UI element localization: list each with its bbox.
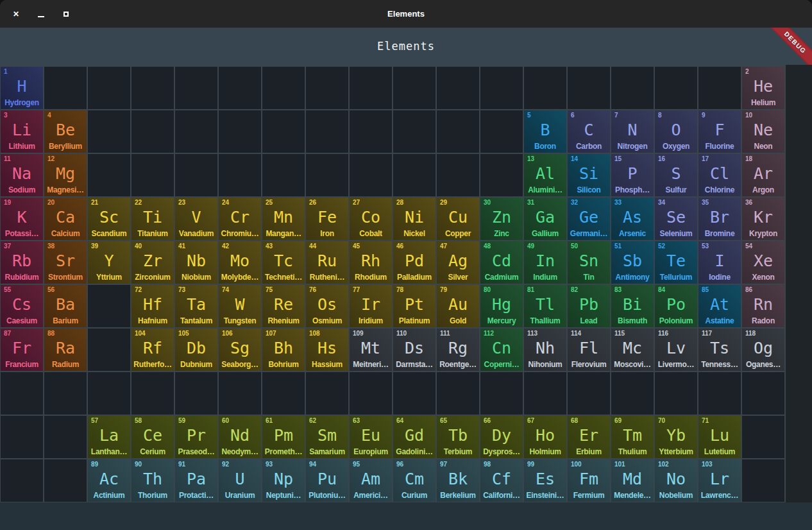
element-cell-V[interactable]: 23VVanadium [175, 198, 217, 240]
element-cell-Sr[interactable]: 38SrStrontium [44, 241, 87, 284]
element-cell-Ru[interactable]: 44RuRutheni… [306, 241, 348, 284]
element-cell-I[interactable]: 53IIodine [698, 241, 741, 284]
element-cell-In[interactable]: 49InIndium [524, 241, 566, 284]
element-cell-Re[interactable]: 75ReRhenium [262, 285, 305, 327]
element-cell-Ho[interactable]: 67HoHolmium [524, 416, 566, 458]
element-cell-Bi[interactable]: 83BiBismuth [611, 285, 654, 327]
element-cell-Nb[interactable]: 41NbNiobium [175, 241, 217, 284]
element-cell-Nd[interactable]: 60NdNeodym… [219, 416, 261, 458]
element-cell-N[interactable]: 7NNitrogen [611, 110, 654, 153]
element-cell-Fe[interactable]: 26FeIron [306, 198, 348, 240]
element-cell-Se[interactable]: 34SeSelenium [655, 198, 697, 240]
element-cell-Co[interactable]: 27CoCobalt [350, 198, 392, 240]
element-cell-Ba[interactable]: 56BaBarium [44, 285, 87, 327]
element-cell-Ce[interactable]: 58CeCerium [131, 416, 174, 458]
element-cell-Np[interactable]: 93NpNeptuni… [262, 459, 305, 502]
element-cell-Pd[interactable]: 46PdPalladium [393, 241, 436, 284]
element-cell-La[interactable]: 57LaLanthan… [88, 416, 130, 458]
element-cell-At[interactable]: 85AtAstatine [698, 285, 741, 327]
element-cell-Mg[interactable]: 12MgMagnesi… [44, 154, 87, 196]
element-cell-Cf[interactable]: 98CfCaliforni… [480, 459, 523, 502]
element-cell-Y[interactable]: 39YYttrium [88, 241, 130, 284]
element-cell-Pa[interactable]: 91PaProtacti… [175, 459, 217, 502]
element-cell-Mc[interactable]: 115McMoscovi… [611, 329, 654, 371]
element-cell-Og[interactable]: 118OgOganes… [742, 329, 784, 371]
element-cell-U[interactable]: 92UUranium [219, 459, 261, 502]
element-cell-No[interactable]: 102NoNobelium [655, 459, 697, 502]
element-cell-Tb[interactable]: 65TbTerbium [437, 416, 479, 458]
element-cell-Al[interactable]: 13AlAlumini… [524, 154, 566, 196]
minimize-button[interactable] [37, 10, 46, 19]
element-cell-Rb[interactable]: 37RbRubidium [1, 241, 43, 284]
element-cell-Lr[interactable]: 103LrLawrenc… [698, 459, 741, 502]
element-cell-Eu[interactable]: 63EuEuropium [350, 416, 392, 458]
element-cell-Po[interactable]: 84PoPolonium [655, 285, 697, 327]
element-cell-Hf[interactable]: 72HfHafnium [131, 285, 174, 327]
element-cell-Hs[interactable]: 108HsHassium [306, 329, 348, 371]
element-cell-Ts[interactable]: 117TsTenness… [698, 329, 741, 371]
element-cell-Na[interactable]: 11NaSodium [1, 154, 43, 196]
element-cell-Ne[interactable]: 10NeNeon [742, 110, 784, 153]
element-cell-Sn[interactable]: 50SnTin [568, 241, 610, 284]
element-cell-Li[interactable]: 3LiLithium [1, 110, 43, 153]
element-cell-P[interactable]: 15PPhosph… [611, 154, 654, 196]
element-cell-Br[interactable]: 35BrBromine [698, 198, 741, 240]
element-cell-Fl[interactable]: 114FlFlerovium [568, 329, 610, 371]
element-cell-Zn[interactable]: 30ZnZinc [480, 198, 523, 240]
element-cell-Pm[interactable]: 61PmPrometh… [262, 416, 305, 458]
element-cell-Sc[interactable]: 21ScScandium [88, 198, 130, 240]
element-cell-Cm[interactable]: 96CmCurium [393, 459, 436, 502]
element-cell-Ar[interactable]: 18ArArgon [742, 154, 784, 196]
element-cell-Kr[interactable]: 36KrKrypton [742, 198, 784, 240]
element-cell-Er[interactable]: 68ErErbium [568, 416, 610, 458]
element-cell-As[interactable]: 33AsArsenic [611, 198, 654, 240]
element-cell-Xe[interactable]: 54XeXenon [742, 241, 784, 284]
element-cell-Ge[interactable]: 32GeGermani… [568, 198, 610, 240]
element-cell-Au[interactable]: 79AuGold [437, 285, 479, 327]
element-cell-Ac[interactable]: 89AcActinium [88, 459, 130, 502]
element-cell-Tm[interactable]: 69TmThulium [611, 416, 654, 458]
element-cell-F[interactable]: 9FFluorine [698, 110, 741, 153]
element-cell-Lv[interactable]: 116LvLivermo… [655, 329, 697, 371]
element-cell-Rg[interactable]: 111RgRoentge… [437, 329, 479, 371]
element-cell-Md[interactable]: 101MdMendele… [611, 459, 654, 502]
element-cell-Rn[interactable]: 86RnRadon [742, 285, 784, 327]
element-cell-Th[interactable]: 90ThThorium [131, 459, 174, 502]
element-cell-W[interactable]: 74WTungsten [219, 285, 261, 327]
element-cell-Ag[interactable]: 47AgSilver [437, 241, 479, 284]
element-cell-H[interactable]: 1HHydrogen [1, 67, 43, 109]
element-cell-Ds[interactable]: 110DsDarmsta… [393, 329, 436, 371]
element-cell-Dy[interactable]: 66DyDyspros… [480, 416, 523, 458]
element-cell-Rh[interactable]: 45RhRhodium [350, 241, 392, 284]
element-cell-Mt[interactable]: 109MtMeitneri… [350, 329, 392, 371]
element-cell-Sb[interactable]: 51SbAntimony [611, 241, 654, 284]
maximize-button[interactable] [62, 10, 71, 19]
element-cell-B[interactable]: 5BBoron [524, 110, 566, 153]
element-cell-Pu[interactable]: 94PuPlutoniu… [306, 459, 348, 502]
element-cell-Ta[interactable]: 73TaTantalum [175, 285, 217, 327]
element-cell-Tl[interactable]: 81TlThallium [524, 285, 566, 327]
element-cell-Ni[interactable]: 28NiNickel [393, 198, 436, 240]
element-cell-He[interactable]: 2HeHelium [742, 67, 784, 109]
element-cell-Pr[interactable]: 59PrPraseod… [175, 416, 217, 458]
element-cell-Ra[interactable]: 88RaRadium [44, 329, 87, 371]
element-cell-Ti[interactable]: 22TiTitanium [131, 198, 174, 240]
element-cell-Ca[interactable]: 20CaCalcium [44, 198, 87, 240]
element-cell-Sm[interactable]: 62SmSamarium [306, 416, 348, 458]
element-cell-Si[interactable]: 14SiSilicon [568, 154, 610, 196]
element-cell-Nh[interactable]: 113NhNihonium [524, 329, 566, 371]
element-cell-Zr[interactable]: 40ZrZirconium [131, 241, 174, 284]
element-cell-Cl[interactable]: 17ClChlorine [698, 154, 741, 196]
element-cell-Cd[interactable]: 48CdCadmium [480, 241, 523, 284]
element-cell-K[interactable]: 19KPotassi… [1, 198, 43, 240]
element-cell-Ga[interactable]: 31GaGallium [524, 198, 566, 240]
element-cell-Bh[interactable]: 107BhBohrium [262, 329, 305, 371]
element-cell-Sg[interactable]: 106SgSeaborg… [219, 329, 261, 371]
element-cell-Gd[interactable]: 64GdGadolini… [393, 416, 436, 458]
element-cell-C[interactable]: 6CCarbon [568, 110, 610, 153]
element-cell-Fm[interactable]: 100FmFermium [568, 459, 610, 502]
element-cell-Pb[interactable]: 82PbLead [568, 285, 610, 327]
element-cell-Fr[interactable]: 87FrFrancium [1, 329, 43, 371]
element-cell-Tc[interactable]: 43TcTechneti… [262, 241, 305, 284]
element-cell-Pt[interactable]: 78PtPlatinum [393, 285, 436, 327]
